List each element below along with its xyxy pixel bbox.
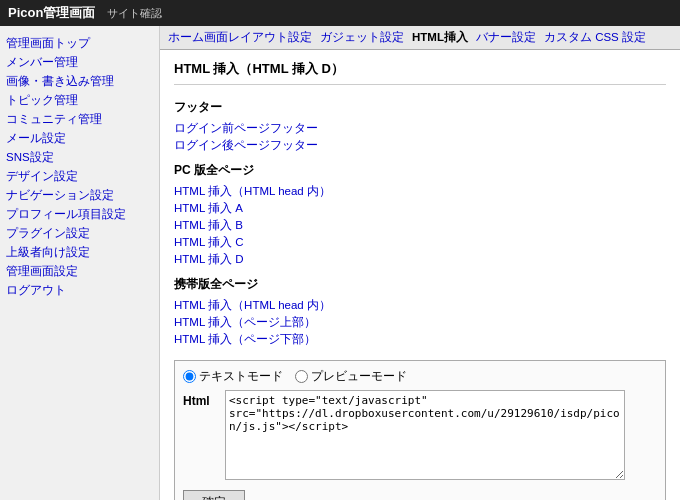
sidebar-item-10[interactable]: プラグイン設定 — [6, 224, 153, 243]
tab-html-insert[interactable]: HTML挿入 — [412, 30, 468, 45]
radio-preview-mode-label[interactable]: プレビューモード — [295, 369, 407, 384]
sidebar-item-6[interactable]: SNS設定 — [6, 148, 153, 167]
pc-link-2[interactable]: HTML 挿入 B — [174, 217, 666, 234]
nav-tabs: ホーム画面レイアウト設定 ガジェット設定 HTML挿入 バナー設定 カスタム C… — [160, 26, 680, 50]
html-textarea[interactable] — [225, 390, 625, 480]
tab-gadget[interactable]: ガジェット設定 — [320, 30, 404, 45]
html-label: Html — [183, 390, 219, 408]
footer-link-0[interactable]: ログイン前ページフッター — [174, 120, 666, 137]
site-title: Picon管理画面 — [8, 4, 95, 22]
pc-link-3[interactable]: HTML 挿入 C — [174, 234, 666, 251]
site-confirm-link[interactable]: サイト確認 — [107, 6, 162, 21]
confirm-button[interactable]: 確定 — [183, 490, 245, 500]
sidebar-item-0[interactable]: 管理画面トップ — [6, 34, 153, 53]
radio-text-mode-label[interactable]: テキストモード — [183, 369, 283, 384]
mobile-section-title: 携帯版全ページ — [174, 276, 666, 293]
pc-link-4[interactable]: HTML 挿入 D — [174, 251, 666, 268]
pc-link-0[interactable]: HTML 挿入（HTML head 内） — [174, 183, 666, 200]
sidebar-item-7[interactable]: デザイン設定 — [6, 167, 153, 186]
sidebar-item-3[interactable]: トピック管理 — [6, 91, 153, 110]
content-area: HTML 挿入（HTML 挿入 D） フッター ログイン前ページフッター ログイ… — [160, 50, 680, 500]
radio-text-mode[interactable] — [183, 370, 196, 383]
tab-home-layout[interactable]: ホーム画面レイアウト設定 — [168, 30, 312, 45]
sidebar-item-8[interactable]: ナビゲーション設定 — [6, 186, 153, 205]
radio-preview-mode[interactable] — [295, 370, 308, 383]
top-header: Picon管理画面 サイト確認 — [0, 0, 680, 26]
footer-link-1[interactable]: ログイン後ページフッター — [174, 137, 666, 154]
pc-link-1[interactable]: HTML 挿入 A — [174, 200, 666, 217]
radio-text-mode-text: テキストモード — [199, 369, 283, 384]
main-content: ホーム画面レイアウト設定 ガジェット設定 HTML挿入 バナー設定 カスタム C… — [160, 26, 680, 500]
radio-row: テキストモード プレビューモード — [183, 369, 657, 384]
tab-banner[interactable]: バナー設定 — [476, 30, 536, 45]
pc-section-title: PC 版全ページ — [174, 162, 666, 179]
mobile-link-2[interactable]: HTML 挿入（ページ下部） — [174, 331, 666, 348]
html-input-row: Html — [183, 390, 657, 480]
form-area: テキストモード プレビューモード Html 確定 — [174, 360, 666, 500]
tab-custom-css[interactable]: カスタム CSS 設定 — [544, 30, 646, 45]
sidebar-item-12[interactable]: 管理画面設定 — [6, 262, 153, 281]
sidebar-item-2[interactable]: 画像・書き込み管理 — [6, 72, 153, 91]
mobile-link-0[interactable]: HTML 挿入（HTML head 内） — [174, 297, 666, 314]
sidebar-item-5[interactable]: メール設定 — [6, 129, 153, 148]
sidebar: 管理画面トップ メンバー管理 画像・書き込み管理 トピック管理 コミュニティ管理… — [0, 26, 160, 500]
sidebar-item-9[interactable]: プロフィール項目設定 — [6, 205, 153, 224]
page-title: HTML 挿入（HTML 挿入 D） — [174, 60, 666, 85]
sidebar-item-11[interactable]: 上級者向け設定 — [6, 243, 153, 262]
radio-preview-mode-text: プレビューモード — [311, 369, 407, 384]
sidebar-item-1[interactable]: メンバー管理 — [6, 53, 153, 72]
sidebar-item-4[interactable]: コミュニティ管理 — [6, 110, 153, 129]
sidebar-item-13[interactable]: ログアウト — [6, 281, 153, 300]
footer-section-title: フッター — [174, 99, 666, 116]
mobile-link-1[interactable]: HTML 挿入（ページ上部） — [174, 314, 666, 331]
